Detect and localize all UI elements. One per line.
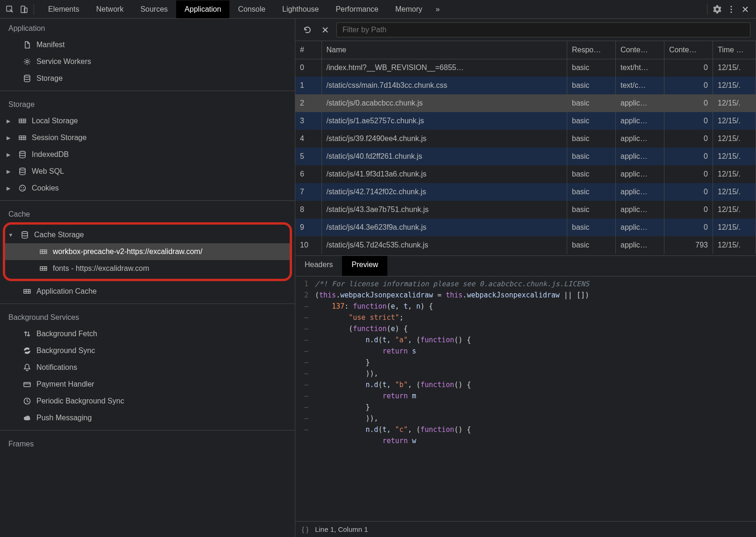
table-row[interactable]: 8/static/js/43.3ae7b751.chunk.jsbasicapp… xyxy=(295,201,756,219)
filter-by-path-input[interactable] xyxy=(336,22,750,37)
sidebar-item-label: Application Cache xyxy=(36,287,97,296)
sidebar-item-cache-storage[interactable]: ▼Cache Storage xyxy=(5,226,290,243)
sidebar-item-label: Background Fetch xyxy=(36,330,97,338)
grid-icon xyxy=(18,133,27,142)
sidebar-item-indexeddb[interactable]: ▶IndexedDB xyxy=(0,146,295,163)
cell-resp: basic xyxy=(567,77,616,94)
panel-tab-sources[interactable]: Sources xyxy=(132,0,176,18)
settings-gear-icon[interactable] xyxy=(710,2,724,16)
panel-tab-performance[interactable]: Performance xyxy=(327,0,387,18)
section-title-frames: Frames xyxy=(0,434,295,452)
subtab-headers[interactable]: Headers xyxy=(295,256,342,276)
sidebar-item-label: Storage xyxy=(36,74,63,83)
table-row[interactable]: 4/static/js/39.f2490ee4.chunk.jsbasicapp… xyxy=(295,130,756,148)
sidebar-item-periodic-background-sync[interactable]: Periodic Background Sync xyxy=(0,393,295,410)
kebab-menu-icon[interactable] xyxy=(724,2,738,16)
panel-tab-memory[interactable]: Memory xyxy=(387,0,431,18)
table-row[interactable]: 6/static/js/41.9f3d13a6.chunk.jsbasicapp… xyxy=(295,165,756,183)
svg-point-4 xyxy=(730,8,732,10)
sidebar-item-background-fetch[interactable]: Background Fetch xyxy=(0,325,295,342)
cell-clen: 0 xyxy=(664,112,713,130)
chevron-right-icon[interactable]: ▶ xyxy=(6,169,11,175)
svg-point-15 xyxy=(21,189,22,190)
database-icon xyxy=(18,167,27,176)
cell-time: 12/15/. xyxy=(713,165,756,183)
panel-tab-console[interactable]: Console xyxy=(229,0,274,18)
sidebar-item-payment-handler[interactable]: Payment Handler xyxy=(0,376,295,393)
sidebar-item-manifest[interactable]: Manifest xyxy=(0,36,295,53)
cell-idx: 1 xyxy=(295,77,321,94)
sidebar-item-service-workers[interactable]: Service Workers xyxy=(0,53,295,70)
sidebar-item-workbox-precache-v2-https-excalidraw-com[interactable]: workbox-precache-v2-https://excalidraw.c… xyxy=(5,243,290,260)
cell-resp: basic xyxy=(567,94,616,112)
sidebar-item-notifications[interactable]: Notifications xyxy=(0,359,295,376)
col-content-type[interactable]: Conte… xyxy=(616,41,664,59)
panel-tab-elements[interactable]: Elements xyxy=(40,0,88,18)
cell-ctype: applic… xyxy=(616,165,664,183)
cell-idx: 9 xyxy=(295,219,321,236)
delete-icon[interactable] xyxy=(319,23,332,36)
svg-rect-21 xyxy=(24,382,30,387)
chevron-right-icon[interactable]: ▶ xyxy=(6,185,11,191)
svg-point-13 xyxy=(21,187,22,188)
subtab-preview[interactable]: Preview xyxy=(342,256,387,276)
sync-icon xyxy=(22,346,32,355)
cell-time: 12/15/. xyxy=(713,130,756,148)
cell-time: 12/15/. xyxy=(713,183,756,201)
document-icon xyxy=(22,40,32,49)
cell-idx: 10 xyxy=(295,236,321,254)
table-row[interactable]: 9/static/js/44.3e623f9a.chunk.jsbasicapp… xyxy=(295,219,756,236)
cell-clen: 0 xyxy=(664,148,713,165)
sidebar-item-storage[interactable]: Storage xyxy=(0,70,295,87)
cache-filter-bar xyxy=(295,19,756,41)
col-response[interactable]: Respo… xyxy=(567,41,616,59)
sidebar-item-push-messaging[interactable]: Push Messaging xyxy=(0,410,295,426)
sidebar-item-session-storage[interactable]: ▶Session Storage xyxy=(0,129,295,146)
sidebar-item-label: Background Sync xyxy=(36,346,95,355)
table-row[interactable]: 0/index.html?__WB_REVISION__=6855…basict… xyxy=(295,59,756,77)
chevron-right-icon[interactable]: ▶ xyxy=(6,152,11,158)
cell-idx: 4 xyxy=(295,130,321,148)
col-time-cached[interactable]: Time … xyxy=(713,41,756,59)
table-row[interactable]: 10/static/js/45.7d24c535.chunk.jsbasicap… xyxy=(295,236,756,254)
col-index[interactable]: # xyxy=(295,41,321,59)
braces-icon[interactable]: { } xyxy=(302,525,308,533)
panel-tab-lighthouse[interactable]: Lighthouse xyxy=(274,0,327,18)
overflow-tabs-icon[interactable]: » xyxy=(431,2,445,16)
sidebar-item-label: Notifications xyxy=(36,363,77,372)
table-row[interactable]: 5/static/js/40.fd2ff261.chunk.jsbasicapp… xyxy=(295,148,756,165)
divider xyxy=(0,91,295,91)
sidebar-item-label: Periodic Background Sync xyxy=(36,397,124,405)
col-name[interactable]: Name xyxy=(321,41,567,59)
sidebar-item-fonts-https-excalidraw-com[interactable]: fonts - https://excalidraw.com xyxy=(5,260,290,277)
cell-name: /static/js/41.9f3d13a6.chunk.js xyxy=(321,165,567,183)
device-toolbar-icon[interactable] xyxy=(17,2,31,16)
table-row[interactable]: 3/static/js/1.ae52757c.chunk.jsbasicappl… xyxy=(295,112,756,130)
database-icon xyxy=(22,74,32,83)
sidebar-item-background-sync[interactable]: Background Sync xyxy=(0,342,295,359)
cell-resp: basic xyxy=(567,183,616,201)
sidebar-item-application-cache[interactable]: Application Cache xyxy=(0,283,295,300)
col-content-length[interactable]: Conte… xyxy=(664,41,713,59)
sidebar-item-web-sql[interactable]: ▶Web SQL xyxy=(0,163,295,180)
table-row[interactable]: 1/static/css/main.7d14b3cc.chunk.cssbasi… xyxy=(295,77,756,94)
chevron-right-icon[interactable]: ▶ xyxy=(6,135,11,141)
close-devtools-icon[interactable] xyxy=(738,2,752,16)
cell-name: /static/js/39.f2490ee4.chunk.js xyxy=(321,130,567,148)
cell-name: /static/js/1.ae52757c.chunk.js xyxy=(321,112,567,130)
panel-tab-network[interactable]: Network xyxy=(88,0,132,18)
cell-resp: basic xyxy=(567,59,616,77)
code-preview[interactable]: /*! For license information please see 0… xyxy=(312,276,756,521)
chevron-right-icon[interactable]: ▶ xyxy=(6,118,11,124)
chevron-down-icon[interactable]: ▼ xyxy=(8,232,14,238)
cell-time: 12/15/. xyxy=(713,201,756,219)
cell-idx: 8 xyxy=(295,201,321,219)
panel-tab-application[interactable]: Application xyxy=(176,0,229,18)
sidebar-item-cookies[interactable]: ▶Cookies xyxy=(0,180,295,197)
cell-name: /static/js/40.fd2ff261.chunk.js xyxy=(321,148,567,165)
table-row[interactable]: 2/static/js/0.acabcbcc.chunk.jsbasicappl… xyxy=(295,94,756,112)
sidebar-item-local-storage[interactable]: ▶Local Storage xyxy=(0,113,295,129)
inspect-element-icon[interactable] xyxy=(3,2,17,16)
refresh-icon[interactable] xyxy=(301,23,314,36)
table-row[interactable]: 7/static/js/42.7142f02c.chunk.jsbasicapp… xyxy=(295,183,756,201)
